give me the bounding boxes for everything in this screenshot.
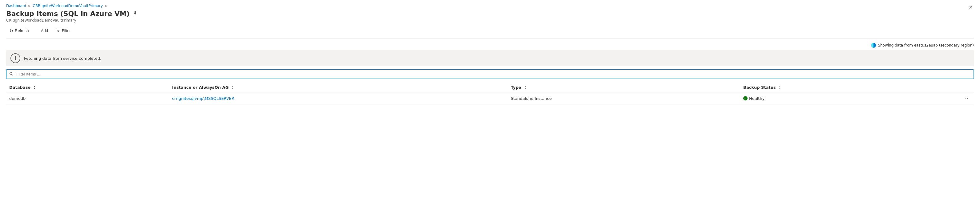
add-button[interactable]: + Add (33, 27, 51, 35)
search-icon (9, 72, 13, 77)
add-icon: + (37, 28, 40, 33)
refresh-label: Refresh (15, 28, 29, 33)
secondary-region-bar: Showing data from eastus2euap (secondary… (6, 43, 974, 48)
col-actions (958, 83, 974, 93)
svg-rect-2 (135, 14, 135, 15)
info-bar: i Fetching data from service completed. (6, 50, 974, 66)
refresh-icon: ↻ (10, 28, 13, 33)
toolbar: ↻ Refresh + Add Filter (6, 26, 974, 38)
filter-label: Filter (62, 28, 71, 33)
filter-input[interactable] (6, 69, 974, 79)
globe-icon (871, 43, 876, 48)
filter-icon (56, 28, 60, 33)
sort-status-icon[interactable] (778, 86, 781, 90)
breadcrumb-sep-1: > (28, 4, 31, 8)
page-title: Backup Items (SQL in Azure VM) (6, 10, 130, 18)
sort-instance-icon[interactable] (231, 86, 234, 90)
table-header-row: Database Instance or AlwaysOn AG (6, 83, 974, 93)
svg-point-6 (10, 72, 12, 75)
page-subtitle: CRRIgniteWorkloadDemoVaultPrimary (6, 18, 974, 22)
add-label: Add (41, 28, 48, 33)
svg-rect-0 (135, 11, 136, 14)
cell-backup-status: Healthy (740, 93, 958, 104)
filter-button[interactable]: Filter (52, 26, 74, 35)
cell-type: Standalone Instance (508, 93, 740, 104)
svg-line-7 (12, 74, 13, 75)
sort-database-icon[interactable] (33, 86, 36, 90)
breadcrumb-sep-2: > (105, 4, 107, 8)
instance-link[interactable]: crrignitesqlvmp\MSSQLSERVER (172, 96, 234, 101)
cell-instance: crrignitesqlvmp\MSSQLSERVER (169, 93, 508, 104)
title-row: Backup Items (SQL in Azure VM) (6, 10, 974, 18)
info-icon: i (11, 53, 20, 63)
col-backup-status: Backup Status (740, 83, 958, 93)
cell-database: demodb (6, 93, 169, 104)
more-options-button[interactable]: ··· (961, 95, 970, 102)
table-row: demodb crrignitesqlvmp\MSSQLSERVER Stand… (6, 93, 974, 104)
info-message: Fetching data from service completed. (24, 56, 101, 61)
col-instance: Instance or AlwaysOn AG (169, 83, 508, 93)
breadcrumb-dashboard[interactable]: Dashboard (6, 4, 26, 8)
filter-input-wrap (6, 69, 974, 79)
refresh-button[interactable]: ↻ Refresh (6, 27, 32, 35)
breadcrumb-vault[interactable]: CRRIgniteWorkloadDemoVaultPrimary (33, 4, 103, 8)
backup-status-text: Healthy (749, 96, 764, 101)
col-type: Type (508, 83, 740, 93)
healthy-dot-icon (743, 96, 748, 101)
main-container: Dashboard > CRRIgniteWorkloadDemoVaultPr… (0, 0, 980, 104)
pin-icon[interactable] (133, 11, 138, 17)
sort-type-icon[interactable] (524, 86, 527, 90)
col-database: Database (6, 83, 169, 93)
backup-items-table: Database Instance or AlwaysOn AG (6, 83, 974, 104)
secondary-region-text: Showing data from eastus2euap (secondary… (878, 43, 974, 48)
svg-rect-1 (134, 13, 136, 14)
breadcrumb: Dashboard > CRRIgniteWorkloadDemoVaultPr… (6, 4, 974, 8)
cell-more: ··· (958, 93, 974, 104)
healthy-badge: Healthy (743, 96, 955, 101)
close-button[interactable]: ✕ (967, 4, 974, 11)
